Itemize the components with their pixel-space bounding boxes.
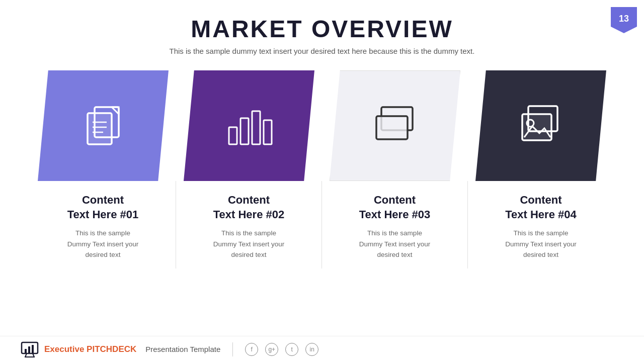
svg-rect-7 — [240, 118, 249, 144]
documents-icon — [75, 98, 131, 153]
icon-box-4 — [475, 70, 606, 181]
svg-rect-11 — [376, 116, 408, 139]
card-desc-2: This is the sample Dummy Text insert you… — [184, 228, 313, 260]
svg-rect-20 — [28, 346, 30, 353]
cards-container: Content Text Here #01 This is the sample… — [0, 70, 644, 268]
image-gallery-icon — [513, 98, 569, 153]
social-instagram-icon[interactable]: in — [305, 343, 318, 356]
card-title-1: Content Text Here #01 — [38, 193, 168, 222]
card-desc-1: This is the sample Dummy Text insert you… — [38, 228, 168, 260]
social-facebook-icon[interactable]: f — [245, 343, 258, 356]
header: MARKET OVERVIEW This is the sample dummy… — [0, 0, 644, 55]
svg-line-5 — [112, 107, 119, 114]
card-content-4: Content Text Here #04 This is the sample… — [468, 181, 614, 268]
svg-rect-9 — [264, 120, 272, 144]
icon-box-1 — [38, 70, 169, 181]
footer-logo: Executive PITCHDECK Presentation Templat… — [20, 340, 220, 359]
svg-rect-8 — [252, 111, 260, 144]
social-googleplus-icon[interactable]: g+ — [265, 343, 278, 356]
page-number: 13 — [619, 14, 629, 24]
svg-rect-21 — [32, 345, 34, 353]
card-title-2: Content Text Here #02 — [184, 193, 313, 222]
card-col-1: Content Text Here #01 This is the sample… — [30, 70, 176, 268]
card-col-4: Content Text Here #04 This is the sample… — [468, 70, 614, 268]
card-desc-4: This is the sample Dummy Text insert you… — [476, 228, 606, 260]
card-desc-3: This is the sample Dummy Text insert you… — [330, 228, 459, 260]
footer: Executive PITCHDECK Presentation Templat… — [0, 336, 644, 362]
bar-chart-icon — [221, 98, 277, 153]
icon-box-3 — [330, 70, 460, 181]
card-title-3: Content Text Here #03 — [330, 193, 459, 222]
page-subtitle: This is the sample dummy text insert you… — [0, 47, 644, 55]
social-twitter-icon[interactable]: t — [285, 343, 298, 356]
card-content-1: Content Text Here #01 This is the sample… — [30, 181, 176, 268]
svg-rect-19 — [25, 349, 27, 353]
footer-brand-text: Executive PITCHDECK — [44, 344, 136, 354]
footer-socials[interactable]: f g+ t in — [245, 343, 318, 356]
svg-rect-1 — [88, 113, 112, 144]
card-content-2: Content Text Here #02 This is the sample… — [176, 181, 322, 268]
footer-divider — [232, 342, 233, 356]
card-content-3: Content Text Here #03 This is the sample… — [322, 181, 468, 268]
monitor-icon — [20, 340, 39, 359]
card-title-4: Content Text Here #04 — [476, 193, 606, 222]
icon-box-2 — [184, 70, 314, 181]
page-title: MARKET OVERVIEW — [0, 15, 644, 43]
card-col-2: Content Text Here #02 This is the sample… — [176, 70, 322, 268]
card-col-3: Content Text Here #03 This is the sample… — [322, 70, 468, 268]
window-stack-icon — [367, 98, 423, 153]
footer-tagline: Presentation Template — [145, 345, 220, 353]
svg-rect-13 — [522, 114, 551, 140]
svg-rect-6 — [229, 127, 237, 144]
